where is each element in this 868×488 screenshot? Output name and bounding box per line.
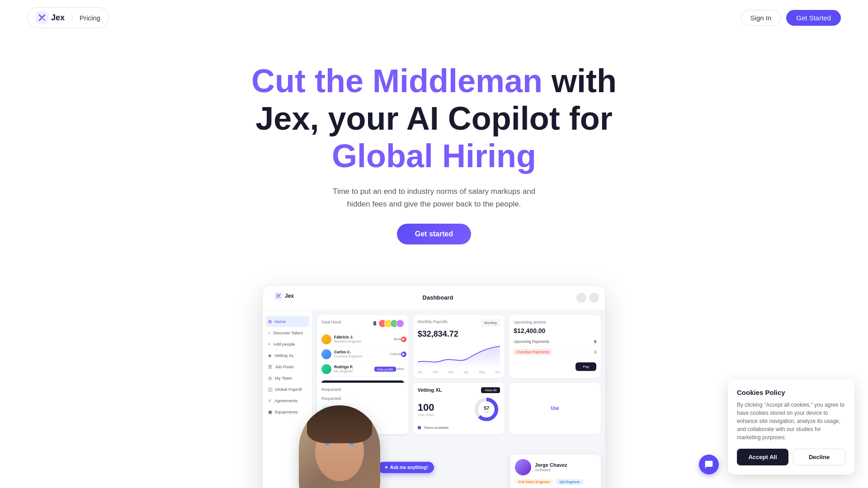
payroll-amount: $32,834.72 <box>418 329 500 339</box>
chart-label-mar: Mar <box>448 371 454 374</box>
chat-bubble-button[interactable] <box>699 455 719 474</box>
accept-cookies-button[interactable]: Accept All <box>737 449 788 465</box>
ask-me-icon: ✦ <box>384 465 388 470</box>
cookies-title: Cookies Policy <box>737 389 845 396</box>
vetting-icon: ◈ <box>268 353 272 358</box>
dashboard-sidebar: ⊞ Home ○ Discover Talent + Add people ◈ … <box>263 310 312 488</box>
sidebar-item-vetting-xl[interactable]: ◈ Vetting XL <box>263 350 312 361</box>
hero-title-rest: with <box>542 63 617 99</box>
sidebar-item-equipments[interactable]: ▣ Equipments <box>263 406 312 418</box>
cookies-popup: Cookies Policy By clicking "Accept all c… <box>728 380 854 474</box>
donut-left-count: 57 <box>484 405 489 411</box>
qa-engineer-tag: QA Engineer <box>556 479 583 485</box>
upcoming-badge: Upcoming <box>321 405 345 412</box>
dashboard-topbar: Jex Dashboard <box>263 286 605 310</box>
chart-label-apr: Apr <box>464 371 469 374</box>
overdue-payments-row: Overdue Payments 3 <box>514 347 596 358</box>
dashboard-content: Total Hired 8 <box>312 310 605 439</box>
user-avatar-icon[interactable] <box>589 293 599 303</box>
sidebar-item-global-payroll[interactable]: ◫ Global Payroll <box>263 384 312 395</box>
vetting-xl-title: Vetting XL <box>418 387 442 393</box>
payroll-chart <box>418 342 500 369</box>
logo[interactable]: Jex <box>36 11 65 24</box>
hired-avatars <box>378 319 404 328</box>
navbar: Jex Pricing Sign In Get Started <box>0 0 868 35</box>
vetting-total-label: Total Vetted <box>418 413 434 417</box>
upcoming-payments-row: Upcoming Payments 5 <box>514 337 596 347</box>
chart-label-jan: Jan <box>418 371 423 374</box>
nav-logo-area: Jex Pricing <box>27 7 109 28</box>
jorge-info: Jorge Chavez Software <box>535 462 567 472</box>
hero-title-line3: Global Hiring <box>332 138 536 174</box>
sidebar-home-label: Home <box>274 319 286 324</box>
sidebar-item-discover-talent[interactable]: ○ Discover Talent <box>263 327 312 338</box>
use-label[interactable]: Use <box>551 406 559 411</box>
pricing-link[interactable]: Pricing <box>80 14 100 22</box>
nav-actions: Sign In Get Started <box>741 10 841 26</box>
requested-label-1: Requested <box>321 387 341 392</box>
team-icon: ◎ <box>268 375 272 380</box>
add-people-icon: + <box>268 342 271 347</box>
dashboard-main: Total Hired 8 <box>312 310 605 488</box>
sidebar-item-my-team[interactable]: ◎ My Team <box>263 372 312 384</box>
payroll-period-dropdown[interactable]: Monthly <box>481 319 500 326</box>
signin-button[interactable]: Sign In <box>741 10 781 26</box>
person-row-rodrigo: Rodrigo P. ML Engineer Argentina View pr… <box>321 362 404 377</box>
discover-icon: ○ <box>268 330 271 335</box>
dashboard-inner: ⊞ Home ○ Discover Talent + Add people ◈ … <box>263 310 605 488</box>
chat-icon <box>704 460 713 469</box>
avatar-4 <box>396 319 404 328</box>
carlos-arrow-badge: ▶ <box>401 352 406 357</box>
fabricio-info: Fabricio J. Backend Engineer <box>334 335 392 343</box>
sidebar-item-add-people[interactable]: + Add people <box>263 338 312 350</box>
dashboard-logo: Jex <box>269 289 299 306</box>
view-profile-badge[interactable]: View profile <box>374 366 396 371</box>
carlos-role: Frontend Engineer <box>334 354 387 358</box>
vetting-view-all-button[interactable]: View All <box>481 387 500 393</box>
sidebar-item-home[interactable]: ⊞ Home <box>265 316 309 327</box>
upcoming-actions-title: Upcoming actions <box>514 320 546 324</box>
pay-button[interactable]: Pay <box>576 362 596 371</box>
job-posts-icon: ☰ <box>268 364 272 369</box>
agreements-icon: ✓ <box>268 398 272 403</box>
upcoming-payments-count: 5 <box>594 339 596 344</box>
sidebar-item-agreements[interactable]: ✓ Agreements <box>263 395 312 406</box>
cookies-buttons: Accept All Decline <box>737 449 845 465</box>
profile-tags: Full Stack Engineer QA Engineer <box>515 479 596 485</box>
carlos-avatar <box>321 349 331 359</box>
overdue-payments-label: Overdue Payments <box>514 349 552 355</box>
get-started-hero-button[interactable]: Get started <box>397 224 471 244</box>
upcoming-actions-amount: $12,400.00 <box>514 327 596 334</box>
fabricio-name: Fabricio J. <box>334 335 392 339</box>
sidebar-item-job-posts[interactable]: ☰ Job Posts <box>263 361 312 372</box>
chart-label-jun: Jun <box>495 371 500 374</box>
jorge-avatar <box>515 459 531 475</box>
payroll-icon: ◫ <box>268 387 272 392</box>
notification-icon[interactable] <box>576 293 586 303</box>
vetting-use-card: Use <box>509 383 601 434</box>
upcoming-actions-card: Upcoming actions $12,400.00 Upcoming Pay… <box>509 315 601 378</box>
tokens-row: Tokens Available <box>418 426 500 430</box>
vetting-requests-card: Requested Requested Upcoming <box>317 383 409 434</box>
chart-label-may: May <box>479 371 485 374</box>
equipments-icon: ▣ <box>268 409 272 414</box>
ask-me-label: Ask me anything! <box>390 465 428 470</box>
cookies-text: By clicking "Accept all cookies," you ag… <box>737 401 845 441</box>
upcoming-payments-label: Upcoming Payments <box>514 339 549 344</box>
person-row-fabricio: Fabricio J. Backend Engineer Bolivia ▶ <box>321 332 404 347</box>
profile-card-overlay: Jorge Chavez Software Full Stack Enginee… <box>510 455 601 488</box>
dashboard-title: Dashboard <box>423 294 453 301</box>
jorge-role: Software <box>535 468 567 472</box>
decline-cookies-button[interactable]: Decline <box>793 449 845 465</box>
fabricio-avatar <box>321 334 331 344</box>
fabricio-arrow-badge: ▶ <box>401 337 406 342</box>
get-started-nav-button[interactable]: Get Started <box>786 10 841 26</box>
ask-me-button[interactable]: ✦ Ask me anything! <box>378 462 434 473</box>
sidebar-equipments-label: Equipments <box>275 409 297 414</box>
overdue-payments-count: 3 <box>594 350 596 354</box>
vetting-donut-chart: 57 Left <box>473 396 500 423</box>
hero-section: Cut the Middleman with Jex, your AI Copi… <box>0 35 868 263</box>
person-row-carlos: Carlos C. Frontend Engineer Colombia ▶ <box>321 347 404 362</box>
sidebar-add-label: Add people <box>274 342 295 347</box>
home-icon: ⊞ <box>268 319 272 324</box>
